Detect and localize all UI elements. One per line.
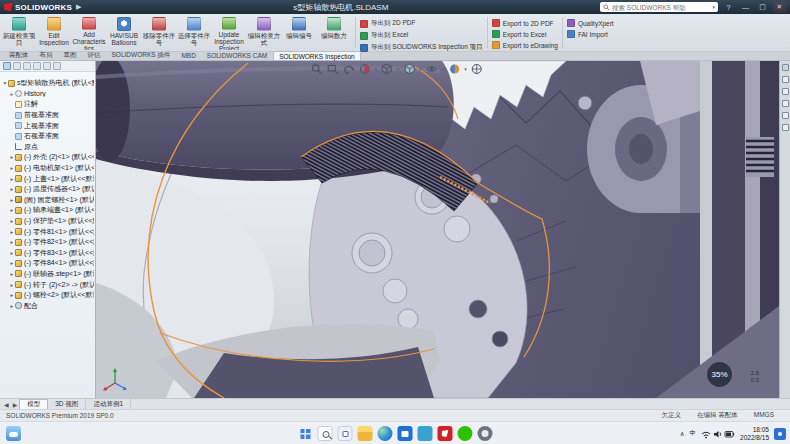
tree-item[interactable]: ▸ 配合 [2,300,94,311]
tree-item[interactable]: ▸ History [2,89,94,100]
zoom-fit-icon[interactable] [310,63,322,75]
taskbar-explorer-icon[interactable] [358,426,373,441]
export-to-2d-pdf-item[interactable]: Export to 2D PDF [492,19,558,27]
view-orientation-icon[interactable] [381,63,393,75]
dropdown-caret-icon[interactable]: ▾ [397,66,400,72]
tab-addins[interactable]: SOLIDWORKS 插件 [107,51,176,60]
tab-evaluate[interactable]: 评估 [83,51,106,60]
taskpane-design-library-icon[interactable] [782,88,789,95]
solidworks-logo[interactable]: SOLIDWORKS [4,3,72,12]
zoom-percentage-badge[interactable]: 35% [706,361,733,388]
display-style-icon[interactable] [403,63,415,75]
tab-scroll-right-icon[interactable]: ▶ [11,401,20,408]
search-box[interactable]: ▾ [600,2,718,12]
tree-item[interactable]: ▸ (-) 联轴器.step<1> (默认<<默认>_显示 [2,269,94,280]
model-3d-view[interactable] [96,61,779,398]
taskbar-solidworks-icon[interactable] [438,426,453,441]
tree-item[interactable]: ▸ (-) 转子 (2)<2> -> (默认<<默认>_显示状 [2,279,94,290]
close-button[interactable]: ✕ [773,2,786,13]
tree-item[interactable]: ▸ (-) 螺栓<2> (默认<<默认>_显示状态 1>) [2,290,94,301]
dropdown-caret-icon[interactable]: ▾ [374,66,377,72]
tab-assembly[interactable]: 装配体 [4,51,34,60]
search-input[interactable] [612,4,710,11]
taskbar-search-icon[interactable] [318,426,333,441]
scene-icon[interactable] [471,63,483,75]
remove-balloons-button[interactable]: 移除零件序号 [142,15,176,50]
taskpane-appearances-icon[interactable] [782,124,789,131]
edit-numbering-button[interactable]: 编辑编号 [282,15,316,50]
new-inspection-project-button[interactable]: 新建检查项目 [2,15,36,50]
tab-scroll-left-icon[interactable]: ◀ [2,401,11,408]
tree-item[interactable]: ▸ (-) 电动机架<1> (默认<<默认>_显示状态 [2,163,94,174]
zoom-area-icon[interactable] [326,63,338,75]
tree-item[interactable]: 注解 [2,99,94,110]
edit-inspection-button[interactable]: Edit Inspection [37,15,71,50]
export-to-excel-item[interactable]: Export to Excel [492,30,558,38]
dropdown-caret-icon[interactable]: ▾ [419,66,422,72]
hide-items-icon[interactable] [426,63,438,75]
menu-expand-icon[interactable]: ▶ [76,3,81,11]
configurationmanager-tab[interactable] [23,62,31,70]
status-item[interactable]: MMGS [754,411,774,420]
dropdown-caret-icon[interactable]: ▾ [464,66,467,72]
tree-item[interactable]: 右视基准面 [2,131,94,142]
maximize-button[interactable]: ▢ [756,2,769,13]
fai-import-button[interactable]: FAI Import [567,30,614,38]
tree-item[interactable]: ▸ (-) 上盖<1> (默认<<默认>_显示状态 1>) [2,173,94,184]
tab-sketch[interactable]: 草图 [59,51,82,60]
clock[interactable]: 18:05 2022/8/15 [740,426,769,442]
edit-inspection-method-button[interactable]: 编辑检查方式 [247,15,281,50]
tree-root-assembly[interactable]: ▾ s型矩轴散热电机 (默认<默认_显示状态-1>) [2,78,94,89]
tab-cam[interactable]: SOLIDWORKS CAM [202,51,272,60]
tree-item[interactable]: ▸ (-) 保护垫<1> (默认<<默认>_显示状态 [2,216,94,227]
appearance-icon[interactable] [448,63,460,75]
taskpane-collapse-icon[interactable] [782,64,789,71]
model-tab[interactable]: 模型 [19,399,48,410]
search-caret-icon[interactable]: ▾ [712,4,715,10]
tree-item[interactable]: 上视基准面 [2,120,94,131]
featuremanager-tab[interactable] [3,62,11,70]
displaymanager-tab[interactable] [43,62,51,70]
update-inspection-button[interactable]: Update Inspection Project [212,15,246,50]
export-excel-cn-item[interactable]: 导出到 Excel [360,31,483,40]
inspection-manager-tab[interactable] [53,62,61,70]
taskbar-store-icon[interactable] [398,426,413,441]
tree-item[interactable]: ▸ (-) 轴承端盖<1> (默认<<默认>_显示状态 [2,205,94,216]
tree-item[interactable]: ▸ (固) 固定螺栓<1> (默认<<默认>_显示状态 [2,195,94,206]
tree-item[interactable]: ▸ (-) 外壳 (2)<1> (默认<<默认>_显示状态 1>) [2,152,94,163]
tray-expand-icon[interactable]: ∧ [680,430,685,438]
taskbar-settings-icon[interactable] [478,426,493,441]
dimxpertmanager-tab[interactable] [33,62,41,70]
taskbar-edge-icon[interactable] [378,426,393,441]
dropdown-caret-icon[interactable]: ▾ [442,66,445,72]
motion-study-tab[interactable]: 运动算例1 [86,399,131,410]
tab-mbd[interactable]: MBD [176,51,200,60]
qualityxpert-button[interactable]: QualityXpert [567,19,614,27]
taskbar-taskview-icon[interactable] [338,426,353,441]
minimize-button[interactable]: — [739,2,752,13]
system-tray-icons[interactable] [701,428,735,440]
add-characteristics-button[interactable]: Add Characteristics [72,15,106,50]
export-to-edrawing-item[interactable]: Export to eDrawing [492,41,558,49]
tree-item[interactable]: 原点 [2,142,94,153]
taskpane-home-icon[interactable] [782,76,789,83]
tab-layout[interactable]: 布局 [35,51,58,60]
graphics-viewport[interactable]: ▾ ▾ ▾ ▾ ▾ 35% 2.6 0.5 [96,61,779,398]
taskbar-wechat-icon[interactable] [458,426,473,441]
ime-indicator[interactable]: 中 [690,429,697,438]
tree-item[interactable]: ▸ (-) 温度传感器<1> (默认<<默认>_显示状 [2,184,94,195]
export-2d-pdf-cn-item[interactable]: 导出到 2D PDF [360,19,483,28]
edit-values-button[interactable]: 编辑数方 [317,15,351,50]
previous-view-icon[interactable] [342,63,354,75]
taskbar-weather-icon[interactable] [6,426,21,441]
tree-item[interactable]: ▸ (-) 零件82<1> (默认<<默认>_显示状态 1 [2,237,94,248]
propertymanager-tab[interactable] [13,62,21,70]
3d-views-tab[interactable]: 3D 视图 [48,399,86,410]
select-balloons-button[interactable]: 选择零件序号 [177,15,211,50]
taskbar-mail-icon[interactable] [418,426,433,441]
status-item[interactable]: 在编辑 装配体 [697,411,738,420]
taskpane-file-explorer-icon[interactable] [782,100,789,107]
tab-inspection[interactable]: SOLIDWORKS Inspection [273,51,361,60]
tree-item[interactable]: ▸ (-) 零件83<1> (默认<<默认>_显示状态 1 [2,248,94,259]
taskbar-start-icon[interactable] [298,426,313,441]
